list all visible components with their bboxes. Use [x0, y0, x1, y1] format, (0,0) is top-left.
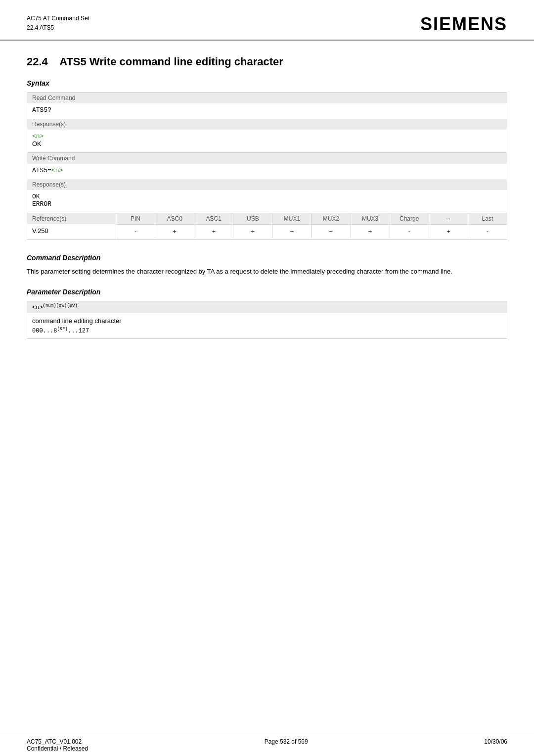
reference-row: Reference(s) V.250 PIN ASC0 ASC1 USB MUX…	[27, 213, 507, 239]
page-header: AC75 AT Command Set 22.4 ATS5 SIEMENS	[0, 0, 534, 41]
ref-val-mux1: +	[272, 225, 312, 238]
param-description-text: command line editing character	[32, 317, 502, 325]
ref-col-usb: USB	[233, 213, 272, 224]
ref-col-charge: Charge	[390, 213, 429, 224]
footer-doc-id: AC75_ATC_V01.002	[27, 738, 88, 745]
ref-col-asc1: ASC1	[194, 213, 233, 224]
param-range: 000...8(&F)...127	[32, 327, 502, 334]
brand-logo: SIEMENS	[420, 14, 507, 35]
ref-val-asc0: +	[155, 225, 194, 238]
ref-val-pin: -	[116, 225, 155, 238]
syntax-heading: Syntax	[27, 79, 507, 87]
ref-val-mux3: +	[351, 225, 390, 238]
reference-left: Reference(s) V.250	[27, 213, 116, 239]
footer-date: 10/30/06	[484, 738, 507, 752]
ref-col-mux1: MUX1	[272, 213, 312, 224]
read-responses-label: Response(s)	[27, 119, 507, 130]
read-command-value: ATS5?	[27, 103, 507, 119]
ref-val-charge: -	[390, 225, 429, 238]
cmd-desc-text: This parameter setting determines the ch…	[27, 267, 507, 277]
read-response-ok: OK	[32, 140, 502, 147]
write-responses-label: Response(s)	[27, 179, 507, 190]
ref-col-last: Last	[468, 213, 507, 224]
reference-standard: V.250	[32, 227, 48, 235]
ref-col-mux3: MUX3	[351, 213, 390, 224]
write-responses-value: OKERROR	[27, 190, 507, 213]
ref-val-arrow: +	[429, 225, 468, 238]
ref-col-mux2: MUX2	[312, 213, 351, 224]
ref-col-arrow: →	[429, 213, 468, 224]
page-footer: AC75_ATC_V01.002 Confidential / Released…	[0, 734, 534, 756]
read-responses-value: <n> OK	[27, 130, 507, 152]
reference-right: PIN ASC0 ASC1 USB MUX1 MUX2 MUX3 Charge …	[116, 213, 507, 239]
write-command-value: ATS5=<n>	[27, 164, 507, 179]
ref-columns-header: PIN ASC0 ASC1 USB MUX1 MUX2 MUX3 Charge …	[116, 213, 507, 225]
reference-label: Reference(s)	[27, 213, 116, 224]
parameter-description-section: Parameter Description <n>(num)(&W)(&V) c…	[27, 288, 507, 339]
header-title-line2: 22.4 ATS5	[27, 23, 89, 33]
ref-val-last: -	[468, 225, 507, 238]
footer-page: Page 532 of 569	[265, 738, 308, 752]
read-command-label: Read Command	[27, 93, 507, 103]
command-description-section: Command Description This parameter setti…	[27, 254, 507, 277]
ref-col-asc0: ASC0	[155, 213, 194, 224]
header-doc-info: AC75 AT Command Set 22.4 ATS5	[27, 14, 89, 33]
param-body: command line editing character 000...8(&…	[27, 313, 507, 338]
section-number: 22.4	[27, 55, 48, 68]
write-command-label: Write Command	[27, 153, 507, 164]
ref-columns-body: - + + + + + + - + -	[116, 225, 507, 238]
main-content: 22.4 ATS5 Write command line editing cha…	[0, 41, 534, 379]
footer-left: AC75_ATC_V01.002 Confidential / Released	[27, 738, 88, 752]
ref-val-usb: +	[233, 225, 272, 238]
read-response-n: <n>	[32, 133, 502, 140]
ref-val-mux2: +	[312, 225, 351, 238]
read-command-section: Read Command ATS5? Response(s) <n> OK	[27, 93, 507, 153]
section-heading-text: ATS5 Write command line editing characte…	[59, 55, 283, 68]
cmd-desc-heading: Command Description	[27, 254, 507, 262]
param-block: <n>(num)(&W)(&V) command line editing ch…	[27, 301, 507, 339]
header-title-line1: AC75 AT Command Set	[27, 14, 89, 23]
ref-val-asc1: +	[194, 225, 233, 238]
section-title: 22.4 ATS5 Write command line editing cha…	[27, 55, 507, 68]
param-superscript: (num)(&W)(&V)	[43, 303, 78, 308]
reference-value: V.250	[27, 224, 116, 239]
footer-status: Confidential / Released	[27, 745, 88, 752]
ref-col-pin: PIN	[116, 213, 155, 224]
syntax-block: Read Command ATS5? Response(s) <n> OK Wr…	[27, 92, 507, 240]
param-label: <n>(num)(&W)(&V)	[27, 301, 507, 313]
param-range-sup: (&F)	[57, 327, 68, 331]
param-desc-heading: Parameter Description	[27, 288, 507, 296]
write-command-section: Write Command ATS5=<n> Response(s) OKERR…	[27, 153, 507, 213]
